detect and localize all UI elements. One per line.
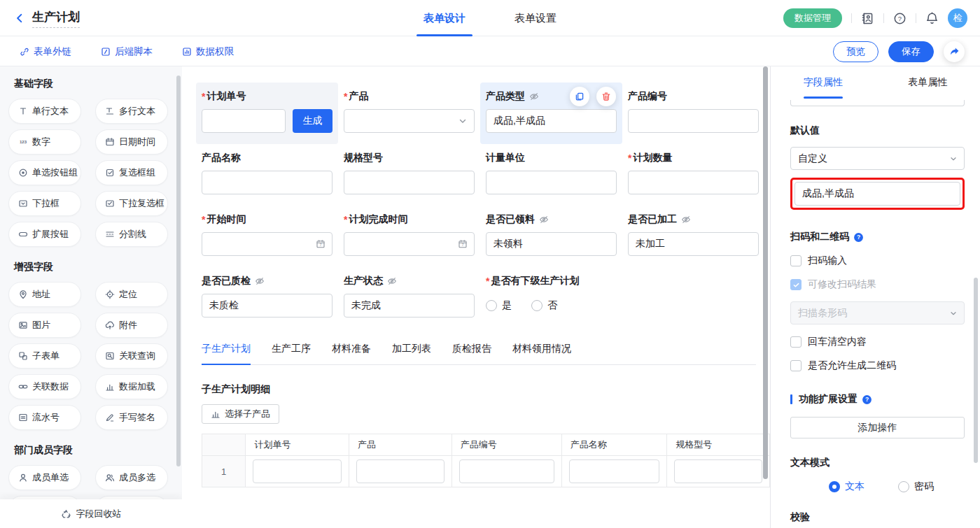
field-input[interactable]: 未质检 [202,294,332,317]
subform-tab[interactable]: 加工列表 [392,343,431,364]
sidebar-item[interactable]: 单行文本 [8,99,81,124]
canvas-field[interactable]: *计划单号生成 [196,83,338,144]
text-mode-radio[interactable]: 密码 [898,480,934,493]
default-value-mode-select[interactable]: 自定义 [790,147,965,170]
field-input[interactable]: 未加工 [628,232,759,256]
checkbox-row[interactable]: 扫码输入 [790,255,965,267]
field-input[interactable]: 未领料 [486,232,617,256]
field-recycle-bin[interactable]: 字段回收站 [0,499,182,528]
data-manage-button[interactable]: 数据管理 [783,8,842,28]
field-input[interactable] [628,171,759,194]
sidebar-item[interactable]: 关联查询 [95,343,168,369]
sidebar-item[interactable]: 子表单 [8,343,81,369]
panel-scrollbar[interactable] [974,278,978,463]
notification-bell-icon[interactable] [925,12,939,25]
sidebar-item[interactable]: 定位 [95,282,168,307]
sidebar-item[interactable]: 地址 [8,282,81,307]
help-icon[interactable]: ? [893,12,906,25]
help-filled-icon[interactable]: ? [862,394,872,405]
help-filled-icon[interactable]: ? [853,232,864,243]
sidebar-item[interactable]: 单选按钮组 [8,160,81,185]
canvas-field[interactable]: *产品 [338,83,480,144]
subform-tab[interactable]: 材料准备 [332,343,371,364]
sidebar-item[interactable]: 手写签名 [95,405,168,430]
radio-option[interactable]: 是 [486,299,512,312]
text-mode-radio[interactable]: 文本 [829,480,864,493]
canvas-field[interactable]: *计划数量 [622,144,764,206]
canvas-field[interactable]: 产品类型成品,半成品 [480,83,622,144]
default-value-input[interactable]: 成品,半成品 [794,182,960,206]
topbar-tab[interactable]: 表单设置 [514,0,556,36]
sidebar-item[interactable]: 日期时间 [95,129,168,155]
generate-button[interactable]: 生成 [293,109,332,133]
sidebar-item[interactable]: 扩展按钮 [8,222,81,247]
table-cell-input[interactable] [569,459,659,483]
save-button[interactable]: 保存 [888,41,934,62]
checkbox-row[interactable]: 回车清空内容 [790,336,965,348]
sidebar-item[interactable]: 数据加载 [95,374,168,399]
table-cell-input[interactable] [459,459,554,483]
canvas-field[interactable]: 是否已领料未领料 [480,206,622,267]
back-icon[interactable] [14,13,25,24]
share-button[interactable] [944,41,965,62]
sidebar-item[interactable]: 成员多选 [95,465,168,490]
canvas-scrollbar[interactable] [763,66,768,479]
sidebar-item[interactable]: 成员单选 [8,465,81,490]
delete-field-button[interactable] [596,87,616,106]
sidebar-item[interactable]: 关联数据 [8,374,81,399]
canvas-field[interactable]: *开始时间7 [196,206,338,267]
table-cell-input[interactable] [253,459,342,483]
field-input[interactable] [202,171,332,194]
sidebar-item[interactable]: 分割线 [95,222,168,247]
copy-field-button[interactable] [570,87,589,106]
sidebar-item[interactable]: 图片 [8,313,81,338]
panel-tab[interactable]: 字段属性 [771,66,876,99]
panel-tab[interactable]: 表单属性 [876,66,980,99]
checkbox-row[interactable]: 可修改扫码结果 [790,278,965,291]
field-input[interactable]: 成品,半成品 [486,109,617,133]
topbar-tab[interactable]: 表单设计 [424,0,465,36]
checkbox-row[interactable]: 是否允许生成二维码 [790,359,965,372]
sidebar-item[interactable]: 流水号 [8,405,81,430]
preview-button[interactable]: 预览 [833,41,878,62]
field-input[interactable] [344,171,475,194]
sidebar-item[interactable]: 复选框组 [95,160,168,185]
table-cell-input[interactable] [674,459,762,483]
sidebar-scrollbar[interactable] [176,76,181,466]
canvas-field[interactable]: 是否已加工未加工 [622,206,764,267]
table-header-cell: 规格型号 [667,434,770,456]
field-input[interactable]: 未完成 [344,294,475,317]
avatar[interactable]: 检 [948,8,967,28]
field-input[interactable] [486,171,617,194]
canvas-field[interactable]: 是否已质检未质检 [196,267,338,329]
sidebar-item[interactable]: 下拉复选框 [95,191,168,216]
canvas-field[interactable]: 生产状态未完成 [338,267,480,329]
subform-tab[interactable]: 子生产计划 [202,343,251,364]
subform-tab[interactable]: 质检报告 [452,343,491,364]
field-select[interactable] [344,109,475,133]
field-input[interactable] [628,109,759,133]
field-input[interactable] [202,109,286,133]
sidebar-item[interactable]: 多行文本 [95,99,168,124]
toolbar-link[interactable]: 表单外链 [20,45,71,58]
sidebar-item[interactable]: 123数字 [8,129,81,155]
add-action-button[interactable]: 添加操作 [790,417,965,438]
subform-tab[interactable]: 材料领用情况 [512,343,571,364]
canvas-field[interactable]: 计量单位 [480,144,622,206]
toolbar-link[interactable]: 数据权限 [182,45,234,58]
radio-option[interactable]: 否 [531,299,557,312]
canvas-field[interactable]: 规格型号 [338,144,480,206]
canvas-field[interactable]: *计划完成时间7 [338,206,480,267]
subform-tab[interactable]: 生产工序 [272,343,311,364]
canvas-field[interactable]: 产品编号 [622,83,764,144]
table-cell-input[interactable] [356,459,444,483]
sidebar-item[interactable]: 附件 [95,313,168,338]
sidebar-item[interactable]: 下拉框 [8,191,81,216]
select-sub-product-button[interactable]: 选择子产品 [202,404,279,424]
contact-book-icon[interactable] [861,12,874,25]
toolbar-link[interactable]: 后端脚本 [101,45,153,58]
field-date-input[interactable]: 7 [344,232,475,256]
canvas-field[interactable]: 产品名称 [196,144,338,206]
canvas-field[interactable]: *是否有下级生产计划是否 [480,267,622,329]
field-date-input[interactable]: 7 [202,232,332,256]
